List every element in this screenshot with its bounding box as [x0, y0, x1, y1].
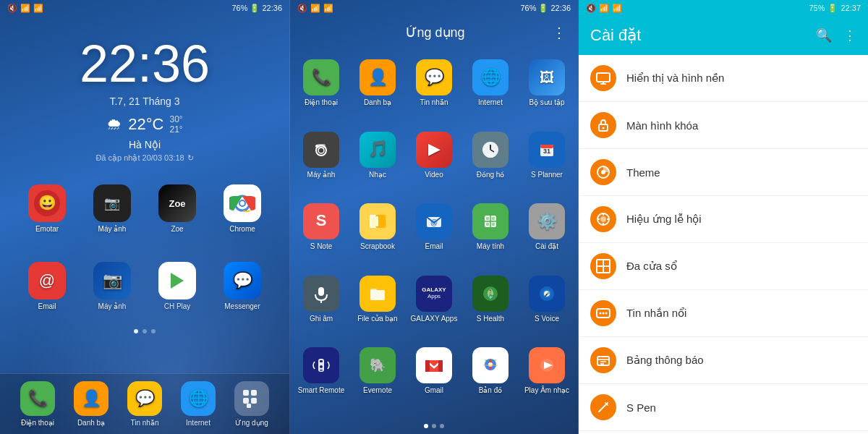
svg-text:GALAXY: GALAXY — [422, 286, 446, 293]
dock-internet[interactable]: 🌐 Internet — [181, 381, 216, 427]
home-app-camera1[interactable]: 📷 Máy ảnh — [93, 184, 131, 233]
shealth-icon: 🏃 — [472, 276, 509, 312]
settings-list: Hiển thị và hình nền Màn hình khóa T — [579, 55, 868, 434]
app-settings[interactable]: ⚙️ Cài đặt — [519, 197, 575, 270]
dock-apps[interactable]: Ứng dụng — [234, 381, 269, 427]
settings-clock: 22:37 — [841, 4, 861, 12]
app-phone[interactable]: 📞 Điện thoại — [293, 54, 349, 126]
mute-icon: 🔇 — [7, 4, 17, 13]
dock-contacts[interactable]: 👤 Danh bạ — [74, 381, 109, 427]
app-gallery[interactable]: 🖼 Bộ sưu tập — [519, 54, 575, 126]
notification-label: Bảng thông báo — [626, 354, 704, 367]
app-galaxyapps[interactable]: GALAXY Apps GALAXY Apps — [406, 270, 462, 342]
svg-rect-43 — [486, 223, 489, 226]
drawer-dot-1 — [424, 424, 428, 428]
app-splanner[interactable]: 31 S Planner — [519, 126, 575, 198]
svg-rect-13 — [247, 404, 251, 408]
lock-weather: 🌧 22°C 30° 21° — [0, 114, 289, 135]
bottom-dock: 📞 Điện thoại 👤 Danh bạ 💬 Tin nhắn 🌐 Inte… — [0, 373, 289, 434]
battery-percent-2: 76% — [520, 4, 536, 12]
settings-item-lockscreen[interactable]: Màn hình khóa — [579, 102, 868, 149]
camera2-icon: 📷 — [93, 262, 131, 299]
settings-item-motion[interactable]: Chuyển động và thao tác — [579, 431, 868, 434]
svg-point-83 — [601, 170, 605, 174]
phone-label: Điện thoại — [305, 98, 338, 107]
app-music[interactable]: 🎵 Nhạc — [349, 126, 406, 198]
app-sms[interactable]: 💬 Tin nhắn — [406, 54, 462, 126]
settings-item-display[interactable]: Hiển thị và hình nền — [579, 55, 868, 102]
splanner-icon: 31 — [529, 132, 565, 168]
drawer-title: Ứng dụng — [319, 25, 552, 41]
home-app-messenger[interactable]: 💬 Messenger — [224, 262, 261, 310]
app-svoice[interactable]: 🎤 S Voice — [519, 270, 575, 342]
svg-point-74 — [488, 362, 493, 367]
app-email[interactable]: @ Email — [406, 197, 462, 270]
svg-rect-42 — [492, 217, 495, 220]
svg-point-14 — [309, 137, 333, 162]
settings-battery: 75% — [809, 4, 825, 12]
drawer-menu-button[interactable]: ⋮ — [552, 24, 566, 41]
app-evernote[interactable]: 🐘 Evernote — [349, 341, 406, 414]
svg-point-96 — [603, 312, 605, 315]
page-dots-1 — [0, 329, 289, 333]
svg-rect-46 — [318, 287, 324, 296]
app-calc[interactable]: Máy tính — [462, 197, 519, 270]
svg-rect-93 — [603, 266, 610, 273]
settings-item-floatmsg[interactable]: Tin nhắn nổi — [579, 290, 868, 337]
battery-percent-1: 76% — [231, 4, 247, 12]
app-maps[interactable]: Bản đồ — [462, 341, 519, 414]
svg-point-7 — [240, 201, 244, 205]
app-clock[interactable]: 31 Đồng hồ — [462, 126, 519, 198]
app-contacts[interactable]: 👤 Danh bạ — [349, 54, 406, 126]
home-app-emotar[interactable]: 😀 Emotar — [28, 184, 66, 233]
svg-point-18 — [315, 145, 318, 148]
settings-item-notification[interactable]: Bảng thông báo — [579, 337, 868, 384]
dock-sms[interactable]: 💬 Tin nhắn — [127, 381, 162, 427]
settings-app-label: Cài đặt — [535, 242, 558, 251]
home-app-zoe[interactable]: Zoe Zoe — [158, 184, 196, 233]
app-playmusic[interactable]: Play Âm nhạc — [519, 341, 575, 414]
app-smartremote[interactable]: Smart Remote — [293, 341, 349, 414]
status-left-1: 🔇 📶 📶 — [7, 4, 43, 13]
dock-phone[interactable]: 📞 Điện thoại — [20, 381, 55, 427]
settings-search-button[interactable]: 🔍 — [816, 27, 832, 43]
settings-battery-icon: 🔋 — [827, 4, 838, 13]
home-app-camera2[interactable]: 📷 Máy ảnh — [93, 262, 131, 310]
zoe-icon: Zoe — [158, 184, 196, 222]
svg-rect-91 — [603, 260, 610, 266]
contacts-icon: 👤 — [359, 59, 396, 95]
festival-icon — [590, 206, 616, 232]
settings-item-multiwindow[interactable]: Đa cửa sổ — [579, 243, 868, 290]
settings-item-festival[interactable]: Hiệu ứng lễ hội — [579, 196, 868, 243]
settings-more-button[interactable]: ⋮ — [843, 27, 856, 43]
lock-screen-panel: 🔇 📶 📶 76% 🔋 22:36 22:36 T.7, 21 Tháng 3 … — [0, 0, 289, 434]
app-gmail[interactable]: Gmail — [406, 341, 462, 414]
home-app-email[interactable]: @ Email — [28, 262, 66, 310]
settings-signal-icon: 📶 — [612, 4, 622, 13]
app-drawer-panel: 🔇 📶 📶 76% 🔋 22:36 Ứng dụng ⋮ 📞 Điện thoạ… — [289, 0, 579, 434]
lock-updated: Đã cập nhật 20/03 03:18 ↻ — [0, 153, 289, 163]
temp-high: 30° — [170, 114, 183, 124]
svg-point-81 — [603, 127, 605, 129]
drawer-dot-2 — [432, 424, 436, 428]
home-app-chrome[interactable]: Chrome — [224, 184, 261, 233]
lockscreen-icon — [590, 112, 616, 138]
dock-internet-icon: 🌐 — [181, 381, 216, 416]
gmail-label: Gmail — [425, 386, 443, 395]
sms-label: Tin nhắn — [420, 98, 448, 107]
app-camera[interactable]: Máy ảnh — [293, 126, 349, 198]
app-shealth[interactable]: 🏃 S Health — [462, 270, 519, 342]
dock-sms-icon: 💬 — [127, 381, 162, 416]
shealth-label: S Health — [477, 315, 504, 323]
app-internet[interactable]: 🌐 Internet — [462, 54, 519, 126]
app-myfiles[interactable]: File cửa bạn — [349, 270, 406, 342]
home-app-chplay[interactable]: CH Play — [158, 262, 196, 310]
settings-item-theme[interactable]: Theme — [579, 149, 868, 196]
settings-item-spen[interactable]: S Pen — [579, 384, 868, 431]
app-scrapbook[interactable]: Scrapbook — [349, 197, 406, 270]
app-video[interactable]: ▶ Video — [406, 126, 462, 198]
app-voicerecorder[interactable]: Ghi âm — [293, 270, 349, 342]
settings-status-right: 75% 🔋 22:37 — [809, 4, 861, 13]
emotar-label: Emotar — [35, 225, 59, 233]
app-snote[interactable]: S S Note — [293, 197, 349, 270]
